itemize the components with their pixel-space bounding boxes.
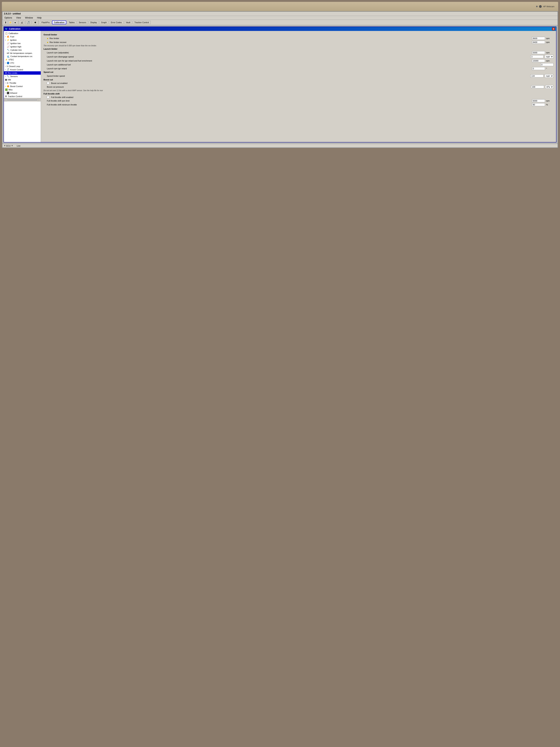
tree-label-coolant-temp: Coolant temperature cor. (10, 55, 33, 57)
launch-additional-fuel-row: Launch rpm additional fuel (44, 63, 554, 66)
tree-item-misc[interactable]: 🟩 Misc (4, 88, 41, 91)
tree-item-knock[interactable]: > 🎵 Knock Control (4, 68, 41, 71)
tab-vault[interactable]: Vault (124, 21, 132, 24)
launch-rpm-input[interactable] (532, 51, 545, 54)
rev-limiter-recover-row: ● Rev limiter recover rpm (44, 41, 554, 44)
full-throttle-min-row: Full throttle shift minimum throttle % (44, 103, 554, 106)
boost-cut-label: Boost cut (44, 79, 554, 81)
tree-label-boost: Boost Control (10, 85, 23, 87)
speed-limiter-label: Speed limiter speed (47, 75, 529, 77)
tree-item-sensors[interactable]: > 🔧 Sensors (4, 75, 41, 78)
launch-disengage-input[interactable] (531, 55, 543, 58)
full-throttle-enabled-row: Full throttle shift enabled (44, 96, 554, 98)
menu-bar: Options View Window Help (2, 16, 558, 20)
arrow-fuel: > (5, 36, 6, 37)
launch-min-rpm-row: Launch min rpm for ign retard and fuel e… (44, 59, 554, 62)
tree-item-idle[interactable]: ▦ Idle (4, 78, 41, 81)
full-throttle-enabled-checkbox[interactable] (47, 96, 49, 98)
menu-options[interactable]: Options (4, 16, 12, 19)
full-throttle-min-input[interactable] (532, 103, 545, 106)
tree-item-fuel[interactable]: > 🔥 Fuel (4, 35, 41, 38)
boost-cut-enabled-checkbox[interactable] (47, 82, 49, 84)
speed-limiter-input[interactable] (531, 75, 543, 77)
tab-tables[interactable]: Tables (67, 21, 76, 24)
menu-help[interactable]: Help (36, 16, 42, 19)
live-label: Live (17, 145, 20, 147)
right-panel: Overall limiter ● Rev limiter rpm ● Rev … (41, 31, 556, 142)
tree-item-air-temp[interactable]: IAT Air temperature compen. (4, 52, 41, 55)
tree-item-closed-loop[interactable]: > λ Closed Loop (4, 65, 41, 68)
tree-item-ignition-high[interactable]: 📈 Ignition high (4, 45, 41, 48)
tree-item-traction[interactable]: ⚙ Traction Control (4, 95, 41, 98)
arrow-ethanol: > (5, 92, 6, 94)
rev-limiter-input[interactable] (532, 37, 545, 40)
tree-item-coolant-temp[interactable]: 🌊 Coolant temperature cor. (4, 55, 41, 58)
launch-ign-retard-row: Launch rpm ign retard ° (44, 67, 554, 70)
toolbar-icon-copy[interactable]: 🖨 (20, 20, 24, 24)
toolbar-icon-bluetooth[interactable]: ✱ (33, 20, 37, 24)
toolbar-icon-bolt[interactable]: ⚡ (8, 20, 12, 24)
boost-note: Do not set over 11 lbs with a stock MAP … (44, 89, 554, 92)
tab-sensors[interactable]: Sensors (77, 21, 88, 24)
menu-view[interactable]: View (16, 16, 22, 19)
tree-item-ignition[interactable]: v ⚡ Ignition (4, 38, 41, 42)
full-throttle-rpm-row: Full throttle shift rpm limit rpm (44, 99, 554, 102)
tree-item-cylinder-trim[interactable]: 🔧 Cylinder trim (4, 48, 41, 52)
rev-limiter-label: Rev limiter (49, 37, 531, 40)
tree-item-ethanol[interactable]: > ⬛ Ethanol (4, 91, 41, 95)
scroll-track[interactable] (7, 99, 37, 101)
launch-ign-retard-input[interactable] (532, 67, 545, 70)
tab-display[interactable]: Display (89, 21, 99, 24)
rev-recover-label: Rev limiter recover (49, 41, 531, 43)
tree-scrollbar-area: < > (4, 98, 41, 102)
cal-icon: 📋 (5, 32, 8, 35)
app-title-bar: 2.9.2.0 - untitled (2, 12, 558, 16)
toolbar-separator-1 (18, 20, 19, 24)
boost-pressure-input[interactable] (531, 85, 544, 88)
tree-item-ignition-low[interactable]: 📈 Ignition low (4, 42, 41, 45)
speed-limiter-unit-select[interactable]: mph kph (544, 74, 554, 78)
tree-label-calibration: Calibration (8, 32, 18, 34)
ignition-high-icon: 📈 (7, 45, 10, 48)
recovery-note: The recovery rpm should be 0-300 rpm low… (44, 45, 554, 47)
toolbar-icon-circle[interactable]: ● (13, 20, 17, 24)
tree-item-rev-limits[interactable]: ⚙ Rev Limits (4, 71, 41, 75)
arrow-vtc: > (5, 62, 6, 64)
launch-disengage-unit-select[interactable]: mph kph (544, 55, 554, 58)
tab-graph[interactable]: Graph (100, 21, 108, 24)
launch-min-rpm-input[interactable] (532, 59, 545, 62)
rev-limiter-row: ● Rev limiter rpm (44, 37, 554, 40)
tab-calibration[interactable]: Calibration (52, 21, 66, 24)
boost-cut-pressure-row: Boost cut pressure kPa psi (44, 85, 554, 88)
tree-label-vtc: VTC (10, 62, 14, 64)
tree-item-throttle[interactable]: > ⊙ Throttle (4, 81, 41, 85)
tree-label-ignition-high: Ignition high (10, 46, 21, 48)
rev-limits-icon: ⚙ (5, 72, 7, 74)
speed-limiter-row: Speed limiter speed mph kph (44, 74, 554, 78)
tree-item-vtc[interactable]: > 🔵 VTC (4, 61, 41, 65)
launch-add-fuel-input[interactable] (540, 63, 554, 66)
rev-recover-input[interactable] (532, 41, 545, 44)
scroll-right-btn[interactable]: > (37, 99, 40, 101)
tab-flashpro[interactable]: FlashPro (40, 21, 51, 24)
cal-close-button[interactable]: X (552, 27, 555, 30)
scroll-left-btn[interactable]: < (5, 99, 7, 101)
arrow-ignition: v (5, 39, 6, 41)
launch-limiter-label: Launch limiter (44, 48, 554, 50)
full-throttle-rpm-input[interactable] (532, 99, 545, 102)
rev-limiter-unit: rpm (546, 37, 554, 40)
tab-error-codes[interactable]: Error Codes (109, 21, 123, 24)
arrow-closed-loop: > (5, 66, 6, 67)
tree-label-idle: Idle (8, 79, 11, 81)
tab-traction-control[interactable]: Traction Control (133, 21, 151, 24)
tree-item-boost[interactable]: > 🔶 Boost Control (4, 85, 41, 88)
tree-label-ignition-low: Ignition low (10, 42, 21, 45)
boost-cut-enabled-row: Boost cut enabled (44, 82, 554, 84)
tree-item-vtec[interactable]: ⚡ VTEC (4, 58, 41, 61)
toolbar-icon-music[interactable]: 🎵 (26, 20, 31, 24)
tree-item-calibration[interactable]: 📋 Calibration (4, 32, 41, 35)
boost-pressure-unit-select[interactable]: kPa psi (545, 85, 554, 88)
menu-window[interactable]: Window (24, 16, 33, 19)
ecu-label: ECU (6, 145, 10, 147)
toolbar-icon-back[interactable]: ⬆ (3, 20, 7, 24)
